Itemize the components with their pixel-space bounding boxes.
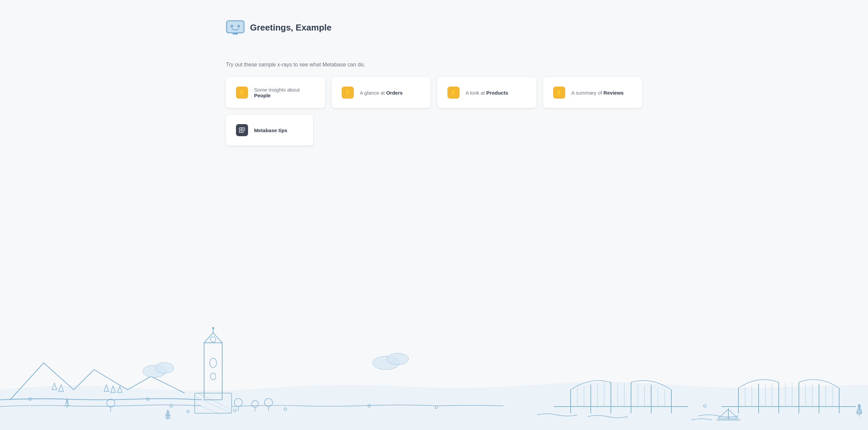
svg-point-2 [237, 25, 240, 28]
svg-point-24 [211, 337, 216, 342]
metabase-tips-card[interactable]: Metabase tips [226, 115, 313, 145]
products-card-text: A look at Products [466, 90, 508, 96]
svg-marker-23 [204, 333, 222, 343]
people-card-icon: ⚡ [236, 87, 248, 99]
orders-card-icon: ⚡ [342, 87, 354, 99]
svg-point-31 [210, 358, 217, 368]
reviews-card-text: A summary of Reviews [571, 90, 624, 96]
svg-rect-3 [232, 33, 238, 35]
svg-point-44 [155, 363, 174, 373]
subtitle-text: Try out these sample x-rays to see what … [226, 62, 642, 68]
xray-cards-row: ⚡ Some insights about People ⚡ A glance … [226, 77, 642, 108]
products-card-icon: ⚡ [447, 87, 460, 99]
page-header: Greetings, Example [226, 20, 642, 35]
reviews-card[interactable]: ⚡ A summary of Reviews [543, 77, 642, 108]
orders-card-text: A glance at Orders [360, 90, 403, 96]
tips-label: Metabase tips [254, 128, 287, 133]
svg-rect-8 [242, 128, 245, 131]
orders-card[interactable]: ⚡ A glance at Orders [332, 77, 431, 108]
reviews-card-icon: ⚡ [553, 87, 565, 99]
illustration [0, 323, 868, 430]
svg-rect-0 [226, 21, 244, 33]
tips-icon [236, 124, 248, 136]
svg-point-1 [230, 25, 233, 28]
svg-point-26 [212, 327, 214, 329]
app-logo-icon [226, 20, 245, 35]
greeting-title: Greetings, Example [250, 23, 332, 33]
products-card[interactable]: ⚡ A look at Products [437, 77, 536, 108]
svg-point-32 [211, 373, 216, 380]
svg-point-46 [387, 353, 408, 365]
people-card[interactable]: ⚡ Some insights about People [226, 77, 325, 108]
people-card-text: Some insights about People [254, 87, 315, 98]
